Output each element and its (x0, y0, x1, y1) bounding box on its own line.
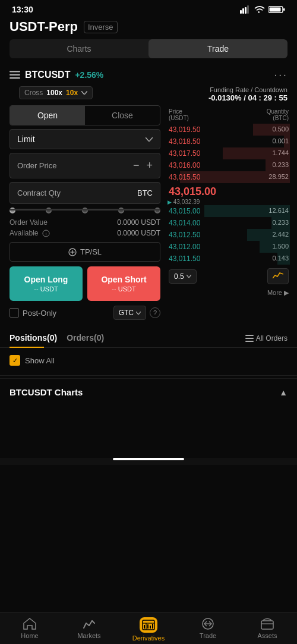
minus-button[interactable]: − (133, 159, 140, 172)
gtc-select[interactable]: GTC (113, 306, 146, 320)
svg-line-18 (84, 623, 86, 628)
available-row: Available i 0.0000 USDT (10, 229, 160, 237)
tab-orders[interactable]: Orders(0) (67, 329, 113, 347)
open-short-button[interactable]: Open Short -- USDT (87, 266, 160, 301)
available-value: 0.0000 USDT (117, 229, 160, 237)
open-button[interactable]: Open (10, 106, 85, 125)
bottom-nav: Home Markets Derivatives (0, 612, 297, 644)
nav-assets-label: Assets (257, 632, 277, 639)
ob-chart-button[interactable] (267, 268, 289, 284)
assets-icon (260, 617, 274, 630)
post-only-text: Post-Only (23, 309, 56, 318)
funding-block: Funding Rate / Countdown -0.0130% / 04 :… (168, 85, 290, 106)
tab-trade[interactable]: Trade (148, 39, 287, 58)
available-label: Available i (10, 229, 50, 237)
post-only-checkbox[interactable] (10, 308, 19, 318)
main-tabs: Charts Trade (10, 39, 287, 58)
tab-positions[interactable]: Positions(0) (10, 329, 67, 347)
cross-label: Cross (24, 89, 43, 97)
order-type-select[interactable]: Limit (10, 129, 160, 149)
pair-name: BTCUSDT (25, 70, 70, 80)
funding-countdown: 04 : 29 : 55 (248, 93, 288, 102)
svg-rect-25 (144, 625, 145, 629)
ob-size-select[interactable]: 0.5 (169, 269, 197, 284)
nav-home-label: Home (21, 632, 38, 639)
order-type-label: Limit (17, 134, 35, 144)
nav-assets[interactable]: Assets (249, 617, 285, 642)
tpsl-button[interactable]: TP/SL (10, 242, 160, 262)
funding-value: -0.0130% / 04 : 29 : 55 (170, 93, 287, 102)
show-all-checkbox[interactable]: ✓ (10, 355, 20, 366)
charts-label: BTCUSDT Charts (10, 387, 83, 397)
charts-section[interactable]: BTCUSDT Charts ▲ (0, 378, 297, 406)
leverage-slider[interactable] (10, 209, 160, 213)
svg-rect-2 (245, 7, 247, 14)
order-value-row: Order Value 0.0000 USDT (10, 218, 160, 227)
more-icon[interactable]: ··· (274, 68, 287, 81)
nav-markets[interactable]: Markets (71, 617, 107, 642)
svg-rect-17 (245, 341, 254, 342)
chevron-down-icon (187, 275, 191, 278)
tab-charts[interactable]: Charts (10, 39, 148, 58)
ob-bid-row: 43,011.50 0.143 (168, 253, 290, 265)
svg-rect-7 (10, 71, 20, 73)
svg-rect-6 (283, 8, 285, 11)
nav-derivatives-label: Derivatives (132, 634, 165, 642)
close-button[interactable]: Close (85, 106, 160, 125)
svg-rect-26 (147, 624, 148, 629)
ob-more[interactable]: More ▶ (168, 288, 290, 298)
nav-markets-label: Markets (77, 632, 100, 639)
svg-rect-3 (247, 5, 249, 14)
pair-info[interactable]: BTCUSDT +2.56% (10, 70, 103, 80)
ob-mid-price: 43,015.00 ▶ 43,032.39 (168, 183, 290, 205)
ob-bid-row: 43,014.00 0.233 (168, 217, 290, 229)
short-sub: -- USDT (87, 285, 160, 293)
contract-qty-field[interactable]: Contract Qty BTC (10, 182, 160, 204)
order-value-label: Order Value (10, 218, 48, 227)
cross-leverage-badge[interactable]: Cross 100x 10x (19, 86, 93, 99)
ob-header: Price (USDT) Quantity (BTC) (168, 106, 290, 124)
signal-icon (240, 5, 251, 14)
plus-button[interactable]: + (146, 159, 153, 172)
long-sub: -- USDT (10, 285, 83, 293)
trade-icon (201, 617, 215, 630)
nav-trade[interactable]: Trade (190, 617, 226, 642)
plus-circle-icon (68, 248, 77, 256)
svg-rect-31 (261, 621, 273, 629)
all-orders-link[interactable]: All Orders (245, 334, 287, 343)
open-close-toggle: Open Close (10, 105, 160, 125)
home-indicator (113, 458, 184, 460)
status-bar: 13:30 (0, 0, 297, 17)
cross-row: Cross 100x 10x (10, 85, 160, 103)
positions-tabs: Positions(0) Orders(0) All Orders (0, 323, 297, 348)
show-all-label: Show All (25, 356, 55, 365)
gtc-label: GTC (119, 309, 134, 317)
nav-trade-label: Trade (200, 632, 216, 639)
svg-rect-28 (152, 624, 153, 629)
short-label: Open Short (87, 275, 160, 284)
app-subtitle: Inverse (84, 21, 118, 33)
ob-bid-row: 43,012.50 2.442 (168, 229, 290, 241)
order-price-field[interactable]: Order Price − + (10, 153, 160, 178)
show-all-row[interactable]: ✓ Show All (0, 348, 297, 373)
ob-ask-row: 43,015.50 28.952 (168, 171, 290, 183)
main-content: Cross 100x 10x Open Close Limit Order Pr… (0, 85, 297, 323)
ob-ask-row: 43,016.00 0.233 (168, 159, 290, 171)
ob-controls: 0.5 (168, 265, 290, 288)
chevron-down-icon (136, 312, 141, 315)
chart-icon (273, 271, 283, 279)
nav-derivatives[interactable]: Derivatives (131, 617, 166, 642)
charts-arrow-icon: ▲ (279, 388, 287, 397)
post-gtc-row: Post-Only GTC ? (10, 306, 160, 320)
svg-rect-9 (10, 77, 20, 79)
nav-home[interactable]: Home (12, 617, 48, 642)
open-long-button[interactable]: Open Long -- USDT (10, 266, 83, 301)
tpsl-label: TP/SL (80, 247, 102, 256)
post-only-label[interactable]: Post-Only (10, 308, 56, 318)
ob-bid-row: 43,012.00 1.500 (168, 241, 290, 253)
svg-rect-0 (240, 10, 242, 14)
help-icon[interactable]: ? (150, 307, 160, 318)
hamburger-icon[interactable] (10, 71, 20, 79)
price-actions: − + (133, 159, 153, 172)
leverage2: 10x (66, 89, 78, 97)
